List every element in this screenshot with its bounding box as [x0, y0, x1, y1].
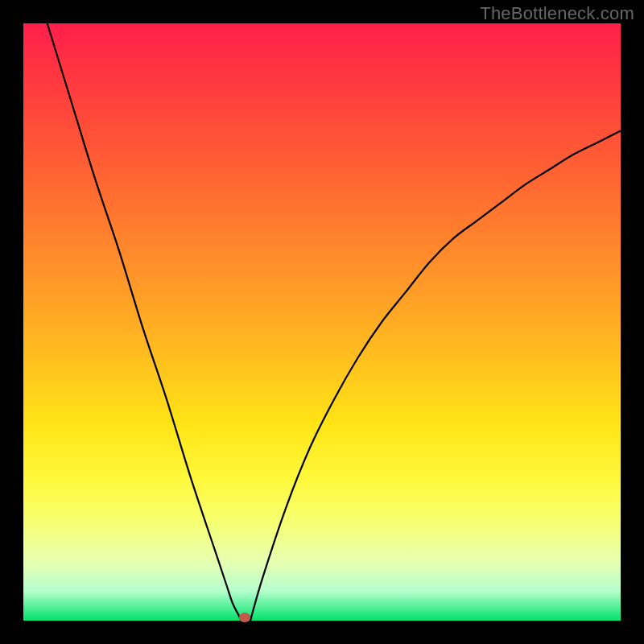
curve-left-branch: [47, 23, 242, 621]
watermark-text: TheBottleneck.com: [480, 3, 634, 24]
curve-right-branch: [250, 131, 621, 621]
plot-area: [23, 23, 621, 621]
chart-frame: TheBottleneck.com: [0, 0, 644, 644]
curve-layer: [23, 23, 621, 621]
optimal-point-marker: [239, 613, 250, 622]
